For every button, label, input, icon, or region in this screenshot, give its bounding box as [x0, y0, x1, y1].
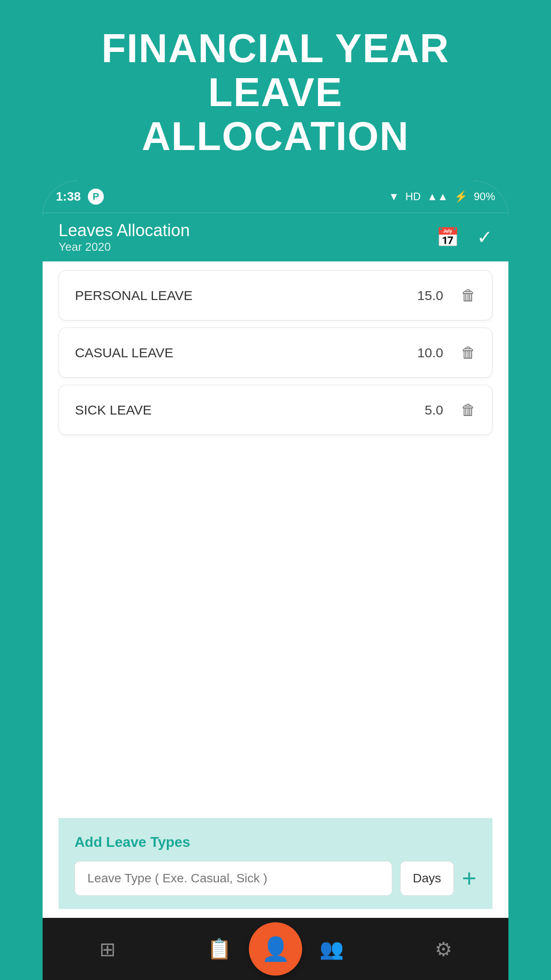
leave-days-sick: 5.0 — [425, 403, 443, 418]
content-area: PERSONAL LEAVE 15.0 🗑 CASUAL LEAVE 10.0 … — [43, 261, 508, 918]
add-leave-form: Days + — [75, 861, 476, 896]
delete-casual-button[interactable]: 🗑 — [461, 344, 476, 361]
signal-bars: ▲▲ — [427, 190, 448, 203]
leave-row-sick: SICK LEAVE 5.0 🗑 — [59, 385, 492, 435]
calendar-icon[interactable]: 📅 — [436, 226, 459, 248]
leave-type-input[interactable] — [75, 861, 392, 896]
page-title: FINANCIAL YEAR LEAVE ALLOCATION — [0, 0, 551, 181]
leave-days-personal: 15.0 — [417, 288, 443, 303]
battery-percent: 90% — [474, 190, 495, 203]
leave-name-casual: CASUAL LEAVE — [75, 345, 173, 360]
add-leave-panel: Add Leave Types Days + — [59, 818, 492, 909]
check-icon[interactable]: ✓ — [477, 226, 492, 248]
app-bar: Leaves Allocation Year 2020 📅 ✓ — [43, 213, 508, 261]
nav-settings[interactable]: ⚙ — [388, 938, 500, 960]
leave-name-personal: PERSONAL LEAVE — [75, 288, 193, 303]
leave-days-casual: 10.0 — [417, 345, 443, 360]
leave-name-sick: SICK LEAVE — [75, 403, 152, 418]
leave-row-personal: PERSONAL LEAVE 15.0 🗑 — [59, 270, 492, 320]
add-leave-nav-icon: 📋 — [207, 937, 232, 960]
battery-icon: ⚡ — [454, 190, 468, 203]
bottom-nav: ⊞ 📋 👤 👥 ⚙ — [43, 918, 508, 980]
empty-space — [59, 442, 492, 811]
team-icon: 👥 — [319, 937, 344, 960]
phone-frame: 1:38 P ▼ HD ▲▲ ⚡ 90% Leaves Allocation Y… — [43, 181, 508, 980]
settings-icon: ⚙ — [435, 938, 452, 960]
home-fab-button[interactable]: 👤 — [249, 922, 302, 976]
status-bar: 1:38 P ▼ HD ▲▲ ⚡ 90% — [43, 181, 508, 213]
app-bar-title: Leaves Allocation — [59, 221, 190, 240]
hd-label: HD — [405, 190, 421, 203]
add-leave-title: Add Leave Types — [75, 834, 476, 850]
parking-icon: P — [88, 189, 104, 205]
delete-sick-button[interactable]: 🗑 — [461, 401, 476, 419]
reports-icon: ⊞ — [99, 938, 116, 960]
app-bar-subtitle: Year 2020 — [59, 240, 190, 254]
days-button[interactable]: Days — [400, 861, 454, 896]
leave-row-casual: CASUAL LEAVE 10.0 🗑 — [59, 328, 492, 378]
home-fab-icon: 👤 — [261, 936, 290, 963]
status-time: 1:38 — [56, 190, 81, 204]
nav-reports[interactable]: ⊞ — [51, 938, 164, 960]
add-leave-button[interactable]: + — [462, 866, 476, 891]
wifi-indicator: ▼ — [389, 190, 399, 203]
delete-personal-button[interactable]: 🗑 — [461, 287, 476, 304]
